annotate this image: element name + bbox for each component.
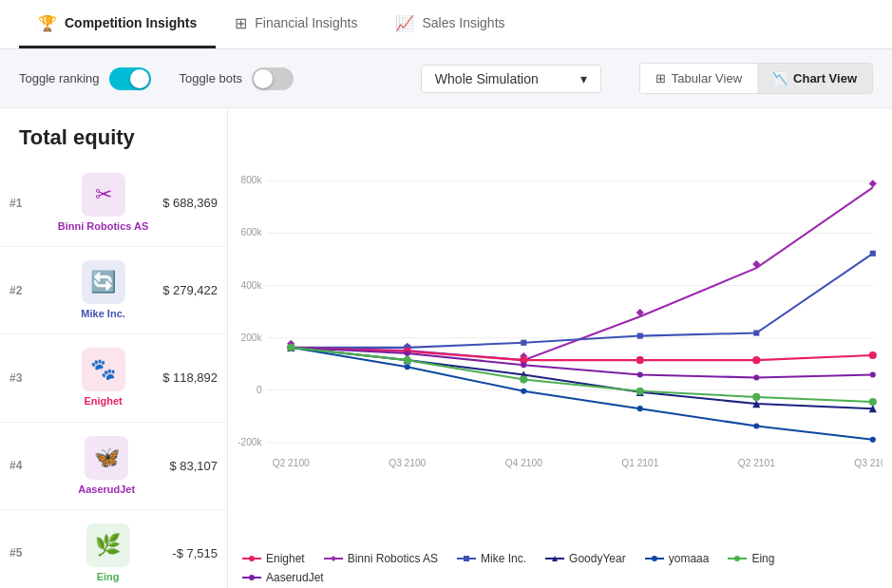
chevron-down-icon: ▾ — [580, 71, 587, 86]
trophy-icon: 🏆 — [38, 14, 57, 32]
equity-chart: 800k 600k 400k 200k 0 -200k Q2 2100 Q3 2… — [233, 118, 883, 544]
svg-point-52 — [753, 423, 759, 428]
svg-point-69 — [652, 556, 657, 561]
company-card[interactable]: 🔄 Mike Inc. — [44, 255, 162, 326]
svg-text:Q3 2100: Q3 2100 — [389, 458, 426, 468]
company-value: $ 688,369 — [162, 196, 218, 210]
controls-bar: Toggle ranking Toggle bots Whole Simulat… — [0, 49, 892, 108]
company-logo: 🔄 — [82, 260, 125, 304]
svg-text:-200k: -200k — [237, 437, 262, 447]
legend-mike: Mike Inc. — [457, 552, 526, 565]
chart-view-button[interactable]: 📉 Chart View — [757, 64, 872, 93]
company-value: $ 279,422 — [162, 283, 218, 297]
svg-text:400k: 400k — [241, 280, 263, 291]
svg-text:Q3 2101: Q3 2101 — [854, 458, 883, 468]
top-navigation: 🏆 Competition Insights ⊞ Financial Insig… — [0, 0, 892, 49]
svg-text:800k: 800k — [241, 175, 263, 185]
svg-point-49 — [405, 364, 410, 370]
company-logo: ✂ — [82, 173, 125, 217]
toggle-ranking-switch[interactable] — [109, 67, 151, 90]
legend-eing-label: Eing — [751, 552, 774, 565]
toggle-bots-label: Toggle bots — [180, 71, 243, 85]
company-name: Eing — [97, 571, 120, 583]
nav-competition-insights[interactable]: 🏆 Competition Insights — [19, 0, 216, 48]
company-name: Mike Inc. — [81, 308, 124, 320]
svg-text:0: 0 — [256, 385, 262, 395]
company-value: -$ 7,515 — [172, 546, 218, 560]
toggle-bots-group: Toggle bots — [180, 67, 294, 90]
company-value: $ 118,892 — [162, 370, 218, 385]
svg-point-41 — [870, 371, 876, 377]
nav-sales-insights[interactable]: 📈 Sales Insights — [376, 0, 523, 48]
svg-point-55 — [404, 356, 411, 364]
company-card[interactable]: 🐾 Enighet — [44, 342, 162, 413]
rank-number: #2 — [9, 284, 44, 297]
company-logo: 🐾 — [82, 348, 125, 391]
rank-item: #5 🌿 Eing -$ 7,515 — [0, 510, 227, 588]
legend-yomaaa: yomaaa — [645, 552, 710, 565]
company-name: AaserudJet — [78, 484, 135, 496]
company-name: Binni Robotics AS — [58, 220, 149, 233]
svg-point-59 — [869, 398, 877, 406]
svg-rect-65 — [464, 556, 469, 561]
legend-enighet: Enighet — [242, 552, 305, 565]
chart-icon: 📈 — [395, 14, 414, 32]
toggle-bots-switch[interactable] — [252, 67, 294, 90]
view-toggle-group: ⊞ Tabular View 📉 Chart View — [639, 63, 873, 94]
legend-mike-label: Mike Inc. — [481, 552, 526, 565]
svg-point-50 — [521, 389, 526, 394]
chart-legend: Enighet Binni Robotics AS Mike Inc. Good… — [233, 544, 883, 588]
svg-point-35 — [869, 351, 877, 359]
chart-view-icon: 📉 — [772, 71, 788, 85]
rank-item: #1 ✂ Binni Robotics AS $ 688,369 — [0, 160, 227, 247]
legend-aaserudjet: AaserudJet — [242, 571, 324, 584]
svg-point-51 — [637, 406, 643, 411]
svg-text:Q1 2101: Q1 2101 — [621, 458, 658, 468]
nav-financial-insights[interactable]: ⊞ Financial Insights — [216, 0, 376, 48]
rank-item: #2 🔄 Mike Inc. $ 279,422 — [0, 247, 227, 334]
table-view-icon: ⊞ — [655, 71, 666, 85]
svg-point-37 — [405, 351, 410, 356]
simulation-dropdown[interactable]: Whole Simulation ▾ — [421, 65, 601, 93]
svg-rect-27 — [637, 333, 643, 339]
table-icon: ⊞ — [235, 14, 247, 32]
svg-point-39 — [637, 371, 643, 377]
tabular-view-button[interactable]: ⊞ Tabular View — [640, 64, 757, 93]
svg-marker-63 — [331, 556, 336, 561]
company-card[interactable]: ✂ Binni Robotics AS — [44, 167, 162, 238]
rank-number: #4 — [9, 459, 44, 472]
rank-number: #3 — [9, 371, 44, 385]
left-panel: Total equity #1 ✂ Binni Robotics AS $ 68… — [0, 108, 228, 588]
svg-point-57 — [636, 388, 644, 395]
svg-point-40 — [753, 374, 759, 380]
legend-binni-label: Binni Robotics AS — [348, 552, 438, 565]
svg-text:Q2 2101: Q2 2101 — [738, 458, 775, 468]
svg-point-34 — [752, 356, 760, 364]
company-logo: 🦋 — [85, 436, 128, 480]
company-card[interactable]: 🦋 AaserudJet — [44, 430, 169, 502]
rank-number: #1 — [9, 197, 44, 210]
legend-binni: Binni Robotics AS — [324, 552, 438, 565]
toggle-ranking-label: Toggle ranking — [19, 71, 100, 85]
ranking-list: #1 ✂ Binni Robotics AS $ 688,369 #2 🔄 Mi… — [0, 160, 227, 588]
svg-rect-26 — [521, 340, 526, 346]
rank-item: #4 🦋 AaserudJet $ 83,107 — [0, 423, 227, 510]
rank-item: #3 🐾 Enighet $ 118,892 — [0, 334, 227, 422]
svg-rect-29 — [870, 251, 876, 256]
chart-area: 800k 600k 400k 200k 0 -200k Q2 2100 Q3 2… — [228, 108, 892, 588]
svg-point-61 — [249, 556, 255, 561]
svg-point-53 — [870, 437, 876, 443]
company-logo: 🌿 — [86, 523, 130, 567]
svg-point-58 — [752, 393, 760, 401]
svg-point-73 — [249, 575, 255, 580]
legend-eing: Eing — [728, 552, 774, 565]
svg-point-71 — [734, 556, 740, 561]
simulation-label: Whole Simulation — [435, 71, 539, 86]
legend-goodyear-label: GoodyYear — [569, 552, 626, 565]
svg-text:Q2 2100: Q2 2100 — [273, 458, 310, 468]
svg-point-56 — [520, 375, 527, 383]
svg-point-54 — [287, 344, 294, 351]
company-name: Enighet — [84, 395, 122, 408]
svg-point-38 — [521, 362, 526, 368]
company-card[interactable]: 🌿 Eing — [44, 518, 172, 588]
